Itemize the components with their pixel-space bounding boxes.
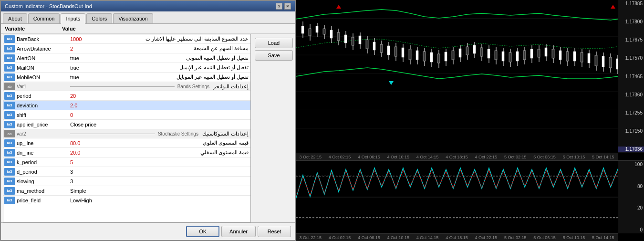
table-row[interactable]: ia3 ma_method Simple <box>3 186 250 196</box>
svg-rect-75 <box>538 49 540 57</box>
cancel-button[interactable]: Annuler <box>221 226 256 237</box>
load-button[interactable]: Load <box>255 38 293 48</box>
svg-rect-11 <box>309 29 311 36</box>
ok-button[interactable]: OK <box>186 226 219 237</box>
title-controls: ? ✕ <box>276 3 291 10</box>
val-applied: Close price <box>68 122 111 127</box>
svg-rect-77 <box>545 48 547 56</box>
table-row[interactable]: ia3 k_period 5 <box>3 157 250 167</box>
var-upline: up_line <box>16 140 68 146</box>
row-icon-deviation: ia3 <box>4 102 15 109</box>
val-period: 20 <box>68 93 111 99</box>
window-title: Custom Indicator - StocBandsOut-Ind <box>5 3 92 9</box>
val-mamethod: Simple <box>68 188 111 194</box>
var-dnline: dn_line <box>16 150 68 156</box>
svg-rect-55 <box>466 47 468 55</box>
table-row[interactable]: ia3 MobileON true تفعيل أو تعطيل التنبيه… <box>3 73 250 82</box>
val-upline: 80.0 <box>68 140 111 146</box>
row-icon-slowing: ia3 <box>4 178 15 185</box>
sep-label-stochastic: إعدادات الستوكاستيك <box>202 131 249 137</box>
desc-arrowdist: مسافة السهم عن الشمعة <box>111 45 250 52</box>
side-buttons: Load Save <box>253 34 295 222</box>
table-row[interactable]: ia3 BarsBack 1000 عدد الشموع السابقة الت… <box>3 34 250 44</box>
sub-time-5: 4 Oct 14:15 <box>413 235 442 240</box>
var-applied: applied_price <box>16 122 68 127</box>
tab-common[interactable]: Common <box>28 13 60 23</box>
var-pricefield: price_field <box>16 198 68 203</box>
main-chart: 1.17885 1.17800 1.17675 1.17570 1.17465 … <box>296 0 644 161</box>
variables-table[interactable]: ia3 BarsBack 1000 عدد الشموع السابقة الت… <box>3 34 251 222</box>
desc-alerton: تفعيل او تعطيل التنبيه الصوتي <box>111 55 250 61</box>
svg-rect-53 <box>459 49 461 57</box>
var-shift: shift <box>16 112 68 118</box>
tab-about[interactable]: About <box>3 13 27 23</box>
row-icon-mobileon: ia3 <box>4 73 15 81</box>
var-mailon: MailON <box>16 65 68 71</box>
sub-price-0: 0 <box>618 227 644 232</box>
svg-rect-47 <box>437 54 440 63</box>
separator-stochastic: ab var2 Stochastic Settings إعدادات الست… <box>3 129 250 138</box>
time-5: 4 Oct 14:15 <box>413 155 442 159</box>
sub-chart-svg <box>296 161 618 233</box>
svg-rect-79 <box>552 49 554 58</box>
close-button[interactable]: ✕ <box>284 3 291 10</box>
table-row[interactable]: ia3 deviation 2.0 <box>3 101 250 110</box>
chart-panel: 1.17885 1.17800 1.17675 1.17570 1.17465 … <box>296 0 644 241</box>
svg-rect-69 <box>516 52 519 61</box>
time-10: 5 Oct 10:15 <box>559 155 588 159</box>
svg-rect-27 <box>366 40 368 49</box>
tab-visualization[interactable]: Visualization <box>113 13 153 23</box>
svg-rect-23 <box>352 37 354 45</box>
row-icon-mamethod: ia3 <box>4 187 15 195</box>
svg-rect-85 <box>573 52 576 61</box>
svg-rect-63 <box>495 51 497 60</box>
val-pricefield: Low/High <box>68 198 111 203</box>
row-icon-dperiod: ia3 <box>4 168 15 176</box>
svg-rect-39 <box>409 49 411 60</box>
table-row[interactable]: ia3 slowing 3 <box>3 177 250 186</box>
table-row[interactable]: ia3 up_line 80.0 قيمة المستوى العلوي <box>3 138 250 148</box>
tab-inputs[interactable]: Inputs <box>61 13 85 24</box>
time-9: 5 Oct 06:15 <box>530 155 559 159</box>
table-row[interactable]: ia3 period 20 <box>3 91 250 101</box>
svg-rect-17 <box>330 30 332 38</box>
svg-rect-25 <box>359 36 361 44</box>
table-row[interactable]: ia3 applied_price Close price <box>3 120 250 129</box>
price-2: 1.17800 <box>618 19 644 24</box>
svg-rect-43 <box>423 52 426 61</box>
reset-button[interactable]: Reset <box>258 226 291 237</box>
table-row[interactable]: ia3 dn_line 20.0 قيمة المستوى السفلي <box>3 148 250 157</box>
main-chart-svg <box>296 0 618 153</box>
svg-rect-51 <box>452 51 454 60</box>
table-row[interactable]: ia3 ArrowDistance 2 مسافة السهم عن الشمع… <box>3 44 250 53</box>
table-row[interactable]: ia3 shift 0 <box>3 110 250 120</box>
var-mobileon: MobileON <box>16 74 68 80</box>
var-barsback: BarsBack <box>16 36 68 42</box>
svg-rect-0 <box>296 0 618 153</box>
sub-price-100: 100 <box>618 162 644 167</box>
sep-var-bands: Var1 <box>16 84 68 89</box>
help-button[interactable]: ? <box>276 3 282 10</box>
val-dperiod: 3 <box>68 169 111 175</box>
sep-var-stochastic: var2 <box>16 131 68 136</box>
time-6: 4 Oct 18:15 <box>442 155 471 159</box>
sub-time-10: 5 Oct 10:15 <box>559 235 588 240</box>
svg-rect-91 <box>595 55 597 66</box>
svg-rect-61 <box>488 49 490 58</box>
sub-time-6: 4 Oct 18:15 <box>442 235 471 240</box>
table-row[interactable]: ia3 AlertON true تفعيل او تعطيل التنبيه … <box>3 53 250 63</box>
svg-rect-33 <box>387 46 390 55</box>
table-row[interactable]: ia3 price_field Low/High <box>3 196 250 205</box>
table-row[interactable]: ia3 MailON true تفعيل أو تعطيل التنبيه ع… <box>3 63 250 73</box>
var-slowing: slowing <box>16 178 68 184</box>
tab-colors[interactable]: Colors <box>86 13 112 23</box>
desc-mailon: تفعيل أو تعطيل التنبيه عبر الإيميل <box>111 64 250 71</box>
sub-time-8: 5 Oct 02:15 <box>501 235 530 240</box>
sep-icon-stochastic: ab <box>4 130 15 137</box>
price-5: 1.17465 <box>618 74 644 79</box>
table-row[interactable]: ia3 d_period 3 <box>3 167 250 177</box>
sub-time-4: 4 Oct 10:15 <box>384 235 413 240</box>
var-arrowdist: ArrowDistance <box>16 46 68 52</box>
sep-right-label-stochastic: Stochastic Settings <box>158 131 198 136</box>
save-button[interactable]: Save <box>255 50 293 61</box>
